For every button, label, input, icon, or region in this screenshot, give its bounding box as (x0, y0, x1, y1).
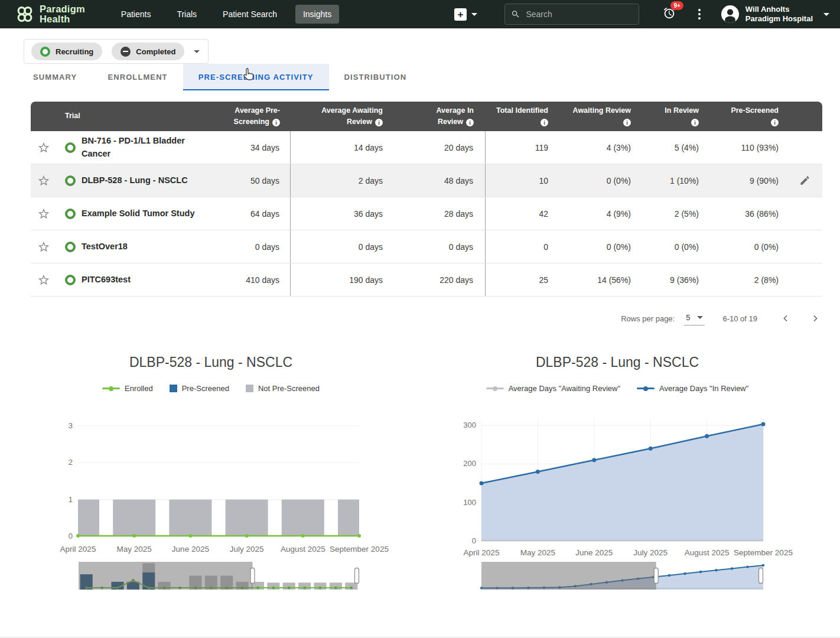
column-header-avg-awaiting-review: Average Awaiting Reviewi (291, 105, 391, 128)
cell-awaiting-review: 0 (0%) (556, 230, 639, 263)
previous-page-button[interactable] (779, 311, 793, 325)
column-header-in-review: In Reviewi (639, 105, 707, 128)
info-icon[interactable]: i (623, 119, 631, 126)
nav-item-insights[interactable]: Insights (295, 5, 339, 24)
svg-text:June 2025: June 2025 (172, 545, 209, 554)
cell-in-review: 5 (4%) (639, 131, 707, 164)
tab-enrollment[interactable]: ENROLLMENT (92, 64, 183, 90)
favorite-star-button[interactable] (31, 263, 57, 296)
svg-text:April 2025: April 2025 (60, 545, 96, 554)
legend-item-enrolled[interactable]: Enrolled (102, 384, 153, 393)
info-icon[interactable]: i (691, 119, 699, 126)
left-chart-legend: Enrolled Pre-Screened Not Pre-Screened (54, 384, 367, 393)
favorite-star-button[interactable] (31, 131, 57, 164)
cell-avg-pre-screening: 64 days (202, 197, 291, 230)
not-pre-screened-swatch-icon (246, 385, 253, 392)
legend-item-in-review[interactable]: Average Days "In Review" (637, 384, 748, 393)
trial-name: DLBP-528 - Lung - NSCLC (82, 174, 188, 187)
tab-pre-screening-activity[interactable]: PRE-SCREENING ACTIVITY (183, 64, 329, 90)
info-icon[interactable]: i (541, 119, 548, 126)
left-chart-title: DLBP-528 - Lung - NSCLC (54, 354, 367, 370)
avatar (721, 5, 740, 24)
tab-summary[interactable]: SUMMARY (18, 64, 92, 90)
filter-dropdown-caret[interactable] (194, 50, 200, 53)
recruiting-ring-icon (40, 47, 50, 57)
left-chart-brush[interactable] (79, 562, 359, 590)
cell-pre-screened: 36 (86%) (707, 197, 787, 230)
chevron-left-icon (781, 314, 790, 323)
table-row[interactable]: DLBP-528 - Lung - NSCLC50 days2 days48 d… (31, 164, 822, 197)
right-chart-brush[interactable] (481, 562, 763, 590)
info-icon[interactable]: i (272, 119, 280, 126)
tab-distribution[interactable]: DISTRIBUTION (329, 64, 422, 90)
next-page-button[interactable] (808, 311, 822, 325)
nav-item-patients[interactable]: Patients (113, 5, 159, 24)
user-info: Will Anholts Paradigm Hospital (745, 5, 813, 24)
chevron-down-icon (823, 13, 829, 16)
status-filter-card: Recruiting Completed (24, 39, 209, 64)
chip-label: Completed (136, 47, 175, 56)
cell-total-identified: 25 (486, 263, 556, 296)
svg-text:May 2025: May 2025 (117, 545, 152, 554)
enrollment-bar-chart[interactable]: 0123April 2025May 2025June 2025July 2025… (54, 414, 367, 558)
cell-pre-screened: 0 (0%) (707, 230, 787, 263)
cell-avg-awaiting-review: 2 days (291, 164, 391, 197)
table-header: Trial Average Pre-Screeningi Average Awa… (31, 102, 822, 131)
filter-chip-completed[interactable]: Completed (112, 43, 184, 60)
cell-total-identified: 119 (486, 131, 556, 164)
nav-item-patient-search[interactable]: Patient Search (215, 5, 285, 24)
cell-awaiting-review: 14 (56%) (556, 263, 639, 296)
info-icon[interactable]: i (466, 119, 474, 126)
add-new-button[interactable]: + (454, 8, 477, 21)
right-chart-title: DLBP-528 - Lung - NSCLC (458, 354, 777, 370)
info-icon[interactable]: i (771, 119, 779, 126)
favorite-star-button[interactable] (31, 197, 57, 230)
notification-badge: 9+ (670, 1, 683, 10)
cell-trial: BN-716 - PD-1/L1 Bladder Cancer (57, 131, 202, 164)
table-row[interactable]: TestOver180 days0 days0 days00 (0%)0 (0%… (31, 230, 822, 263)
cell-total-identified: 10 (486, 164, 556, 197)
cell-pre-screened: 9 (90%) (707, 164, 787, 197)
brand-name: Paradigm Health (40, 4, 85, 25)
kebab-icon (698, 9, 701, 11)
awaiting-review-line-icon (486, 388, 504, 389)
svg-text:0: 0 (69, 532, 73, 541)
recruiting-status-icon (65, 209, 76, 219)
more-options-button[interactable] (696, 6, 703, 22)
edit-cell (787, 230, 822, 263)
brand-logo[interactable]: Paradigm Health (15, 4, 85, 25)
paradigm-clover-icon (15, 5, 34, 24)
svg-text:0: 0 (472, 536, 476, 545)
cell-avg-in-review: 0 days (391, 230, 486, 263)
table-row[interactable]: Example Solid Tumor Study64 days36 days2… (31, 197, 822, 230)
global-search[interactable] (504, 4, 639, 25)
rows-per-page-select[interactable]: 5 (684, 312, 705, 325)
insights-page: Paradigm Health Patients Trials Patient … (0, 0, 840, 638)
table-row[interactable]: BN-716 - PD-1/L1 Bladder Cancer34 days14… (31, 131, 822, 164)
favorite-star-button[interactable] (31, 164, 57, 197)
cell-in-review: 0 (0%) (639, 230, 707, 263)
star-icon (37, 240, 50, 253)
nav-item-trials[interactable]: Trials (169, 5, 204, 24)
svg-text:August 2025: August 2025 (685, 548, 730, 557)
favorite-star-button[interactable] (31, 230, 57, 263)
user-menu[interactable]: Will Anholts Paradigm Hospital (721, 5, 829, 24)
filter-chip-recruiting[interactable]: Recruiting (31, 43, 102, 60)
pre-screened-swatch-icon (170, 385, 177, 392)
info-icon[interactable]: i (375, 119, 383, 126)
table-row[interactable]: PITC693test410 days190 days220 days2514 … (31, 263, 822, 297)
cell-in-review: 1 (10%) (639, 164, 707, 197)
cell-avg-awaiting-review: 14 days (291, 131, 391, 164)
column-header-avg-pre-screening: Average Pre-Screeningi (202, 105, 291, 128)
recruiting-status-icon (65, 275, 76, 285)
edit-button[interactable] (787, 164, 822, 197)
legend-item-not-pre-screened[interactable]: Not Pre-Screened (246, 384, 320, 393)
cell-avg-awaiting-review: 190 days (291, 263, 391, 296)
legend-item-pre-screened[interactable]: Pre-Screened (170, 384, 229, 393)
search-input[interactable] (525, 9, 632, 19)
notifications-button[interactable]: 9+ (663, 6, 676, 22)
review-days-area-chart[interactable]: 0100200300April 2025May 2025June 2025Jul… (456, 412, 775, 558)
svg-text:200: 200 (463, 459, 476, 468)
legend-item-awaiting-review[interactable]: Average Days "Awaiting Review" (486, 384, 620, 393)
edit-cell (787, 197, 822, 230)
